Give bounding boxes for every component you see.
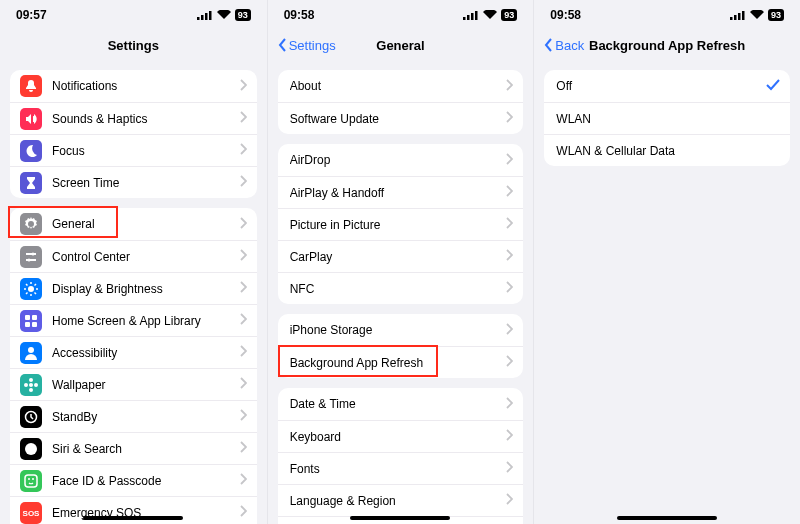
general-row-date-time[interactable]: Date & Time [278, 388, 524, 420]
settings-row-screen-time[interactable]: Screen Time [10, 166, 257, 198]
option-wlan[interactable]: WLAN [544, 102, 790, 134]
general-row-carplay[interactable]: CarPlay [278, 240, 524, 272]
general-row-keyboard[interactable]: Keyboard [278, 420, 524, 452]
general-row-airplay-handoff[interactable]: AirPlay & Handoff [278, 176, 524, 208]
svg-text:SOS: SOS [23, 509, 41, 518]
row-label: Software Update [290, 112, 501, 126]
general-row-background-app-refresh[interactable]: Background App Refresh [278, 346, 524, 378]
wifi-icon [750, 10, 764, 20]
cellular-signal-icon [730, 10, 746, 20]
settings-group: General Control Center Display & Brightn… [10, 208, 257, 524]
row-label: AirDrop [290, 153, 501, 167]
sliders-icon [20, 246, 42, 268]
wifi-icon [217, 10, 231, 20]
svg-point-6 [28, 286, 34, 292]
svg-rect-1 [201, 15, 204, 20]
row-label: Accessibility [52, 346, 234, 360]
option-off[interactable]: Off [544, 70, 790, 102]
row-label: AirPlay & Handoff [290, 186, 501, 200]
row-label: Picture in Picture [290, 218, 501, 232]
general-group: AirDrop AirPlay & Handoff Picture in Pic… [278, 144, 524, 304]
checkmark-icon [766, 79, 780, 94]
svg-point-29 [28, 478, 30, 480]
svg-point-19 [28, 347, 34, 353]
hourglass-icon [20, 172, 42, 194]
row-label: Control Center [52, 250, 234, 264]
wifi-icon [483, 10, 497, 20]
chevron-right-icon [240, 377, 247, 392]
svg-point-20 [29, 383, 33, 387]
svg-rect-43 [475, 11, 478, 20]
settings-row-display-brightness[interactable]: Display & Brightness [10, 272, 257, 304]
row-label: Keyboard [290, 430, 501, 444]
settings-list[interactable]: Notifications Sounds & Haptics Focus Scr… [0, 60, 267, 524]
general-row-language-region[interactable]: Language & Region [278, 484, 524, 516]
general-row-software-update[interactable]: Software Update [278, 102, 524, 134]
general-group: About Software Update [278, 70, 524, 134]
battery-indicator: 93 [235, 9, 251, 21]
chevron-right-icon [506, 397, 513, 412]
back-button[interactable]: Settings [278, 37, 336, 53]
settings-row-home-screen-app-library[interactable]: Home Screen & App Library [10, 304, 257, 336]
battery-indicator: 93 [501, 9, 517, 21]
row-label: Notifications [52, 79, 234, 93]
svg-rect-40 [463, 17, 466, 20]
settings-row-control-center[interactable]: Control Center [10, 240, 257, 272]
settings-row-focus[interactable]: Focus [10, 134, 257, 166]
general-group: iPhone Storage Background App Refresh [278, 314, 524, 378]
chevron-right-icon [240, 345, 247, 360]
status-time: 09:58 [284, 8, 315, 22]
row-label: Face ID & Passcode [52, 474, 234, 488]
nav-bar: Settings General [268, 30, 534, 60]
back-label: Back [555, 38, 584, 53]
settings-row-notifications[interactable]: Notifications [10, 70, 257, 102]
chevron-right-icon [506, 111, 513, 126]
screen-general: 09:58 93 Settings General About Software… [267, 0, 534, 524]
svg-line-14 [35, 284, 37, 286]
svg-rect-16 [32, 315, 37, 320]
chevron-right-icon [240, 217, 247, 232]
general-row-about[interactable]: About [278, 70, 524, 102]
row-label: About [290, 79, 501, 93]
row-label: Home Screen & App Library [52, 314, 234, 328]
row-label: Fonts [290, 462, 501, 476]
refresh-options-group: Off WLAN WLAN & Cellular Data [544, 70, 790, 166]
general-row-iphone-storage[interactable]: iPhone Storage [278, 314, 524, 346]
nav-bar: Settings [0, 30, 267, 60]
general-row-nfc[interactable]: NFC [278, 272, 524, 304]
chevron-right-icon [506, 355, 513, 370]
general-list[interactable]: About Software Update AirDrop AirPlay & … [268, 60, 534, 524]
faceid-icon [20, 470, 42, 492]
options-list[interactable]: Off WLAN WLAN & Cellular Data [534, 60, 800, 524]
svg-rect-42 [471, 13, 474, 20]
back-button[interactable]: Back [544, 37, 584, 53]
settings-row-wallpaper[interactable]: Wallpaper [10, 368, 257, 400]
settings-row-general[interactable]: General [10, 208, 257, 240]
sos-icon: SOS [20, 502, 42, 524]
option-label: WLAN [556, 112, 780, 126]
option-wlan-cellular-data[interactable]: WLAN & Cellular Data [544, 134, 790, 166]
settings-row-siri-search[interactable]: Siri & Search [10, 432, 257, 464]
option-label: Off [556, 79, 760, 93]
row-label: Sounds & Haptics [52, 112, 234, 126]
home-indicator [617, 516, 717, 520]
svg-rect-18 [32, 322, 37, 327]
row-label: CarPlay [290, 250, 501, 264]
svg-rect-15 [25, 315, 30, 320]
chevron-right-icon [240, 313, 247, 328]
chevron-right-icon [506, 461, 513, 476]
row-label: Display & Brightness [52, 282, 234, 296]
general-row-picture-in-picture[interactable]: Picture in Picture [278, 208, 524, 240]
status-bar: 09:57 93 [0, 0, 267, 30]
general-row-airdrop[interactable]: AirDrop [278, 144, 524, 176]
svg-point-27 [29, 446, 34, 451]
settings-row-accessibility[interactable]: Accessibility [10, 336, 257, 368]
settings-row-face-id-passcode[interactable]: Face ID & Passcode [10, 464, 257, 496]
settings-row-standby[interactable]: StandBy [10, 400, 257, 432]
general-row-fonts[interactable]: Fonts [278, 452, 524, 484]
chevron-right-icon [240, 175, 247, 190]
row-label: StandBy [52, 410, 234, 424]
settings-row-sounds-haptics[interactable]: Sounds & Haptics [10, 102, 257, 134]
cellular-signal-icon [197, 10, 213, 20]
row-label: Siri & Search [52, 442, 234, 456]
